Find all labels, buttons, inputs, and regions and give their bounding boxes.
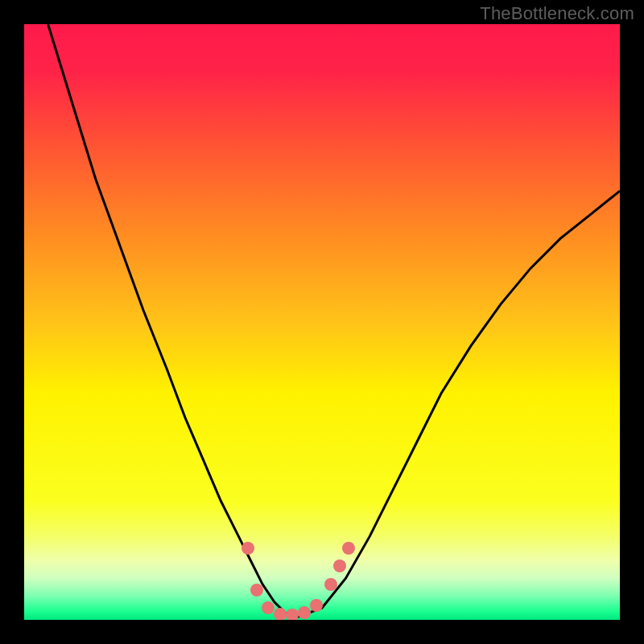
data-point: [242, 542, 254, 555]
data-point: [250, 584, 263, 597]
data-point: [274, 608, 287, 620]
plot-area: [24, 24, 620, 620]
bottleneck-curve: [24, 24, 620, 620]
data-point: [286, 609, 299, 620]
watermark-label: TheBottleneck.com: [480, 3, 634, 24]
data-point: [324, 578, 337, 591]
data-point: [310, 599, 323, 612]
chart-frame: TheBottleneck.com: [0, 0, 644, 644]
data-point: [298, 606, 311, 619]
